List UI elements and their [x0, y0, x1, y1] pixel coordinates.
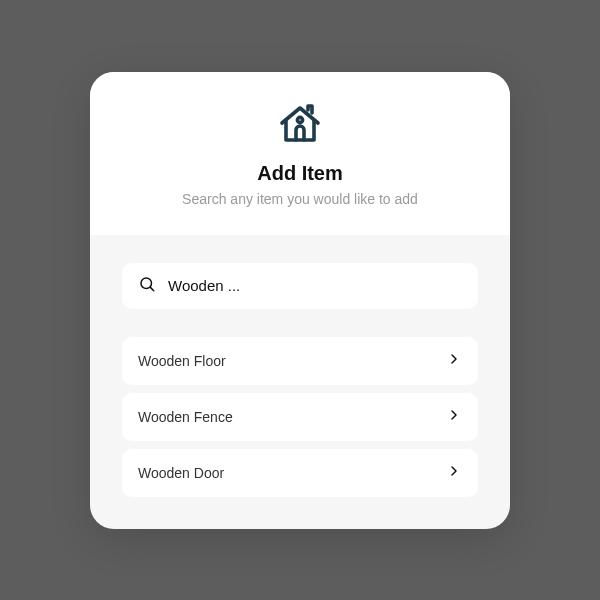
chevron-right-icon	[446, 351, 462, 371]
chevron-right-icon	[446, 407, 462, 427]
svg-point-0	[297, 117, 302, 122]
search-input[interactable]	[168, 277, 462, 294]
search-icon	[138, 275, 156, 297]
add-item-modal: Add Item Search any item you would like …	[90, 72, 510, 529]
modal-title: Add Item	[110, 162, 490, 185]
modal-body: Wooden Floor Wooden Fence Wooden Door	[90, 235, 510, 529]
svg-line-2	[150, 287, 153, 290]
house-icon	[110, 100, 490, 148]
search-field[interactable]	[122, 263, 478, 309]
chevron-right-icon	[446, 463, 462, 483]
results-list: Wooden Floor Wooden Fence Wooden Door	[122, 337, 478, 497]
modal-subtitle: Search any item you would like to add	[110, 191, 490, 207]
result-label: Wooden Fence	[138, 409, 233, 425]
modal-header: Add Item Search any item you would like …	[90, 72, 510, 235]
result-item[interactable]: Wooden Door	[122, 449, 478, 497]
result-item[interactable]: Wooden Floor	[122, 337, 478, 385]
result-item[interactable]: Wooden Fence	[122, 393, 478, 441]
result-label: Wooden Door	[138, 465, 224, 481]
result-label: Wooden Floor	[138, 353, 226, 369]
